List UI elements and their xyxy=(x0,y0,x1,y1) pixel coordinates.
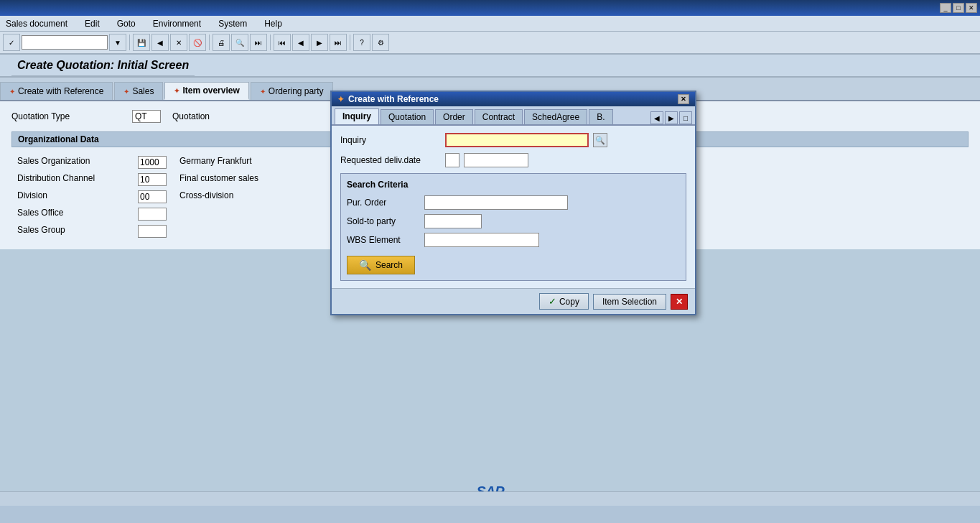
search-criteria-box: Search Criteria Pur. Order Sold-to party… xyxy=(340,173,686,281)
pur-order-row: Pur. Order xyxy=(347,195,680,210)
toolbar-help-btn[interactable]: ? xyxy=(353,34,370,51)
modal-tab-contract-label: Contract xyxy=(482,112,515,122)
toolbar-cancel-btn[interactable]: 🚫 xyxy=(189,34,206,51)
toolbar-dropdown-btn[interactable]: ▼ xyxy=(109,34,126,51)
sales-group-input[interactable] xyxy=(138,225,167,238)
dist-channel-input[interactable] xyxy=(138,173,167,186)
tab-icon-sales: ✦ xyxy=(123,88,129,96)
modal-tab-nav-expand[interactable]: □ xyxy=(679,111,692,124)
toolbar-exit-btn[interactable]: ✕ xyxy=(170,34,187,51)
toolbar-next-btn[interactable]: ▶ xyxy=(311,34,328,51)
modal-tab-strip: Inquiry Quotation Order Contract SchedAg… xyxy=(332,106,695,126)
requested-deliv-date-check[interactable] xyxy=(445,153,459,167)
org-label-sales-org: Sales Organization xyxy=(17,156,132,169)
wbs-element-input[interactable] xyxy=(424,233,539,247)
menu-system[interactable]: System xyxy=(215,17,250,30)
toolbar-find-next-btn[interactable]: ⏭ xyxy=(250,34,267,51)
sales-office-input[interactable] xyxy=(138,208,167,221)
modal-tab-b[interactable]: B. xyxy=(589,109,612,124)
copy-button[interactable]: ✓ Copy xyxy=(539,293,589,310)
menu-environment[interactable]: Environment xyxy=(150,17,204,30)
tab-ordering-party[interactable]: ✦ Ordering party xyxy=(251,82,333,100)
menu-sales-document[interactable]: Sales document xyxy=(3,17,70,30)
division-input[interactable] xyxy=(138,190,167,203)
sold-to-party-input[interactable] xyxy=(424,214,482,228)
modal-cancel-button[interactable]: ✕ xyxy=(671,294,688,310)
quotation-type-label: Quotation Type xyxy=(11,111,126,121)
modal-tab-schedagree[interactable]: SchedAgree xyxy=(524,109,587,124)
menu-help[interactable]: Help xyxy=(261,17,285,30)
search-button[interactable]: 🔍 Search xyxy=(347,256,415,274)
modal-close-button[interactable]: ✕ xyxy=(678,94,689,104)
wbs-element-label: WBS Element xyxy=(347,235,419,245)
title-bar-controls: _ □ ✕ xyxy=(940,3,977,13)
maximize-button[interactable]: □ xyxy=(953,3,964,13)
inquiry-label: Inquiry xyxy=(340,135,441,145)
modal-tab-order-label: Order xyxy=(443,112,465,122)
modal-tab-b-label: B. xyxy=(597,112,605,122)
modal-tab-nav-left[interactable]: ◀ xyxy=(650,111,663,124)
toolbar-save-btn[interactable]: 💾 xyxy=(133,34,150,51)
requested-deliv-date-row: Requested deliv.date xyxy=(340,153,686,167)
item-selection-button-label: Item Selection xyxy=(602,297,657,307)
requested-deliv-date-input[interactable] xyxy=(464,153,528,167)
copy-checkmark-icon: ✓ xyxy=(549,296,556,307)
inquiry-search-button[interactable]: 🔍 xyxy=(593,133,607,147)
modal-content: Inquiry 🔍 Requested deliv.date Search Cr… xyxy=(332,126,695,288)
modal-tab-inquiry-label: Inquiry xyxy=(342,111,371,121)
tab-create-with-reference[interactable]: ✦ Create with Reference xyxy=(0,82,113,100)
tab-icon-create: ✦ xyxy=(9,88,15,96)
toolbar-last-btn[interactable]: ⏭ xyxy=(330,34,347,51)
tab-label-item: Item overview xyxy=(182,85,239,96)
toolbar-find-btn[interactable]: 🔍 xyxy=(231,34,248,51)
toolbar-print-btn[interactable]: 🖨 xyxy=(213,34,230,51)
tab-sales[interactable]: ✦ Sales xyxy=(114,82,163,100)
tab-icon-item: ✦ xyxy=(174,87,179,95)
inquiry-input[interactable] xyxy=(445,133,589,147)
title-bar: _ □ ✕ xyxy=(0,0,980,16)
toolbar-prev-btn[interactable]: ◀ xyxy=(292,34,309,51)
menu-edit[interactable]: Edit xyxy=(82,17,103,30)
toolbar-separator-4 xyxy=(350,34,350,50)
modal-tab-contract[interactable]: Contract xyxy=(475,109,523,124)
toolbar-first-btn[interactable]: ⏮ xyxy=(274,34,291,51)
tab-label-ordering: Ordering party xyxy=(269,86,324,96)
search-btn-container: 🔍 Search xyxy=(347,256,680,274)
sales-org-input[interactable] xyxy=(138,156,167,169)
pur-order-input[interactable] xyxy=(424,195,568,210)
quotation-type-input[interactable] xyxy=(132,110,161,123)
wbs-element-row: WBS Element xyxy=(347,233,680,247)
sold-to-party-row: Sold-to party xyxy=(347,214,680,228)
modal-tab-order[interactable]: Order xyxy=(435,109,473,124)
org-label-division: Division xyxy=(17,190,132,203)
item-selection-button[interactable]: Item Selection xyxy=(593,294,666,310)
menu-bar: Sales document Edit Goto Environment Sys… xyxy=(0,16,980,32)
toolbar-customize-btn[interactable]: ⚙ xyxy=(372,34,389,51)
minimize-button[interactable]: _ xyxy=(940,3,951,13)
search-button-label: Search xyxy=(375,260,403,270)
menu-goto[interactable]: Goto xyxy=(114,17,139,30)
modal-tab-quotation[interactable]: Quotation xyxy=(381,109,434,124)
requested-deliv-date-label: Requested deliv.date xyxy=(340,155,441,165)
pur-order-label: Pur. Order xyxy=(347,198,419,208)
close-button[interactable]: ✕ xyxy=(966,3,977,13)
modal-footer: ✓ Copy Item Selection ✕ xyxy=(332,288,695,314)
inquiry-row: Inquiry 🔍 xyxy=(340,133,686,147)
status-bar xyxy=(0,491,980,506)
toolbar-back-btn[interactable]: ◀ xyxy=(151,34,169,51)
modal-tab-nav-right[interactable]: ▶ xyxy=(665,111,678,124)
command-field[interactable] xyxy=(22,35,108,50)
toolbar-check-btn[interactable]: ✓ xyxy=(3,34,20,51)
modal-tab-schedagree-label: SchedAgree xyxy=(532,112,579,122)
tab-item-overview[interactable]: ✦ Item overview xyxy=(164,82,248,100)
page-title: Create Quotation: Initial Screen xyxy=(11,55,195,76)
modal-tab-inquiry[interactable]: Inquiry xyxy=(335,108,379,124)
toolbar: ✓ ▼ 💾 ◀ ✕ 🚫 🖨 🔍 ⏭ ⏮ ◀ ▶ ⏭ ? ⚙ xyxy=(0,32,980,55)
search-button-icon: 🔍 xyxy=(359,259,371,271)
modal-title-icon: ✦ xyxy=(337,95,344,104)
org-label-dist-channel: Distribution Channel xyxy=(17,173,132,186)
toolbar-separator-2 xyxy=(209,34,210,50)
modal-tab-nav: ◀ ▶ □ xyxy=(650,111,692,124)
modal-title-text: Create with Reference xyxy=(348,94,439,104)
quotation-label: Quotation xyxy=(172,111,210,121)
